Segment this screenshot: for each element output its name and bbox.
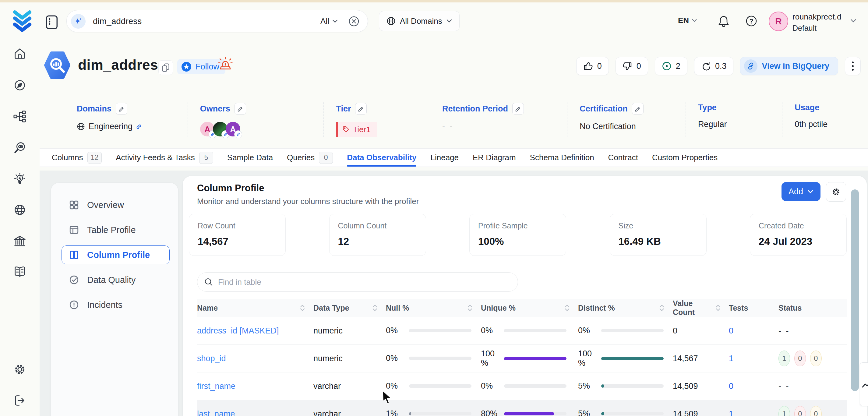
meta-owners: Owners A A [188, 102, 324, 137]
language-selector[interactable]: EN [678, 16, 697, 25]
tab-custom-properties[interactable]: Custom Properties [652, 149, 717, 167]
glossary-book-icon[interactable] [13, 265, 27, 279]
column-name-link[interactable]: last_name [197, 409, 235, 416]
tier-tag[interactable]: Tier1 [336, 122, 377, 137]
user-menu-chevron-icon[interactable] [850, 19, 857, 23]
header-name[interactable]: Name [197, 299, 313, 317]
user-workspace: Default [793, 24, 841, 32]
header-distinct-pct[interactable]: Distinct % [578, 299, 673, 317]
table-header-row: Name Data Type Null % Unique % Distinct … [197, 299, 847, 317]
user-info[interactable]: rounakpreet.d Default [793, 13, 841, 32]
domain-filter-dropdown[interactable]: All Domains [379, 11, 460, 31]
column-name-link[interactable]: first_name [197, 382, 236, 391]
header-data-type[interactable]: Data Type [313, 299, 386, 317]
owner-avatar[interactable]: A [226, 122, 240, 136]
tab-lineage[interactable]: Lineage [430, 149, 459, 167]
user-avatar[interactable]: R [769, 11, 788, 31]
task-count-button[interactable]: 2 [655, 57, 687, 75]
view-in-source-button[interactable]: View in BigQuery [740, 57, 838, 75]
downvote-button[interactable]: 0 [616, 57, 648, 75]
tests-link[interactable]: 1 [729, 409, 733, 416]
app-screen: dim_address All All Domains EN ? [0, 0, 868, 416]
tab-schema-definition[interactable]: Schema Definition [530, 149, 594, 167]
header-unique-pct[interactable]: Unique % [481, 299, 578, 317]
discovery-eye-magnifier-icon[interactable] [13, 141, 27, 155]
find-in-table-input[interactable]: Find in table [197, 272, 518, 292]
global-search-bar[interactable]: dim_address All [66, 10, 368, 32]
tests-link[interactable]: 0 [729, 382, 733, 391]
distinct-bar [601, 384, 664, 388]
edit-tier-button[interactable] [355, 103, 367, 115]
pencil-icon [634, 105, 641, 112]
edit-retention-button[interactable] [512, 103, 524, 115]
passed-badge: 1 [778, 351, 790, 366]
collapsed-side-widget[interactable] [860, 362, 868, 406]
section-subtitle: Monitor and understand your columns stru… [197, 197, 419, 206]
domain-link[interactable]: Engineering [77, 122, 188, 131]
sort-icon[interactable] [564, 304, 570, 312]
lineage-flow-icon[interactable] [13, 109, 27, 123]
chevron-down-icon [692, 19, 697, 22]
table-row: last_name varchar 1% 80% 5% 14,509 1 1 0… [197, 400, 847, 416]
sort-icon[interactable] [467, 304, 473, 312]
owner-avatar[interactable]: A [200, 122, 215, 136]
search-input[interactable]: dim_address [93, 17, 142, 26]
certification-value: No Certification [580, 122, 686, 131]
header-value-count[interactable]: Value Count [673, 299, 729, 317]
profiler-settings-button[interactable] [826, 182, 846, 202]
more-options-button[interactable] [845, 57, 861, 75]
nav-item-data-quality[interactable]: Data Quality [62, 270, 169, 289]
copy-name-icon[interactable] [158, 60, 173, 75]
home-icon[interactable] [13, 46, 27, 61]
edit-domains-button[interactable] [116, 103, 127, 115]
upvote-button[interactable]: 0 [576, 57, 609, 75]
sidebar-toggle-icon[interactable] [46, 15, 58, 29]
sort-icon[interactable] [299, 304, 306, 312]
app-logo[interactable] [11, 10, 33, 32]
tab-columns[interactable]: Columns12 [52, 149, 102, 167]
version-button[interactable]: 0.3 [694, 57, 734, 75]
domains-globe-icon[interactable] [13, 203, 27, 217]
status-empty: - - [778, 382, 847, 391]
tab-er-diagram[interactable]: ER Diagram [473, 149, 516, 167]
settings-gear-icon[interactable] [13, 362, 27, 376]
nav-item-column-profile[interactable]: Column Profile [62, 246, 169, 264]
notifications-bell-icon[interactable] [717, 14, 730, 28]
tests-link[interactable]: 0 [729, 326, 733, 335]
explore-compass-icon[interactable] [13, 78, 27, 92]
owner-avatar-photo[interactable] [213, 122, 227, 136]
sort-icon[interactable] [715, 304, 721, 312]
nav-item-table-profile[interactable]: Table Profile [62, 221, 169, 239]
header-tests[interactable]: Tests [729, 299, 778, 317]
search-scope-dropdown[interactable]: All [320, 17, 338, 26]
tab-data-observability[interactable]: Data Observability [347, 149, 416, 167]
nav-item-incidents[interactable]: Incidents [62, 295, 169, 314]
edit-owners-button[interactable] [235, 103, 246, 115]
tab-contract[interactable]: Contract [608, 149, 638, 167]
sort-icon[interactable] [659, 304, 665, 312]
logout-icon[interactable] [13, 393, 27, 408]
add-button[interactable]: Add [781, 182, 820, 201]
insights-bulb-icon[interactable] [13, 172, 27, 186]
edit-certification-button[interactable] [632, 103, 644, 115]
failed-badge: 0 [794, 351, 806, 366]
tab-sample-data[interactable]: Sample Data [227, 149, 273, 167]
clear-search-icon[interactable] [348, 15, 360, 27]
header-status[interactable]: Status [778, 299, 847, 317]
entity-metadata-row: Domains Engineering Owners A [65, 102, 868, 137]
tab-queries[interactable]: Queries0 [287, 149, 333, 167]
column-name-link[interactable]: address_id [MASKED] [197, 326, 279, 335]
help-icon[interactable]: ? [745, 14, 758, 27]
tab-activity-feeds[interactable]: Activity Feeds & Tasks5 [116, 149, 213, 167]
page-title: dim_address [78, 57, 166, 73]
sort-icon[interactable] [372, 304, 378, 312]
tests-link[interactable]: 1 [729, 354, 733, 363]
governance-bank-icon[interactable] [13, 234, 27, 248]
table-row: first_name varchar 0% 0% 5% 14,509 0 - - [197, 373, 847, 400]
alert-siren-icon[interactable] [217, 56, 233, 72]
vertical-scrollbar[interactable] [851, 189, 859, 391]
target-dot-icon [662, 61, 672, 71]
header-null-pct[interactable]: Null % [386, 299, 481, 317]
nav-item-overview[interactable]: Overview [62, 195, 169, 214]
column-name-link[interactable]: shop_id [197, 354, 226, 363]
